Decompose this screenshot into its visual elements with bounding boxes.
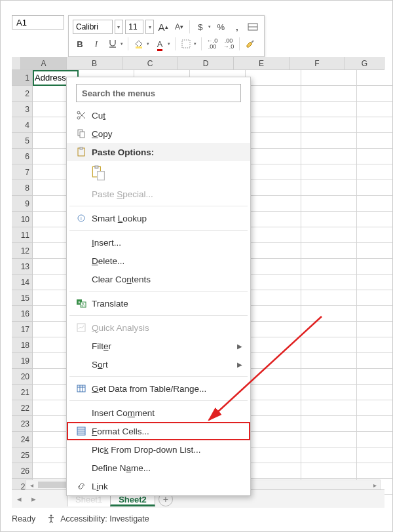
cell-E20[interactable] — [246, 369, 301, 385]
cell-E4[interactable] — [246, 117, 301, 133]
row-header-6[interactable]: 6 — [12, 149, 33, 164]
cell-E21[interactable] — [246, 385, 301, 400]
accounting-format-button[interactable]: $ — [193, 20, 207, 34]
scroll-left-arrow[interactable]: ◂ — [26, 482, 37, 489]
row-header-2[interactable]: 2 — [12, 86, 33, 102]
cell-E25[interactable] — [246, 447, 301, 463]
row-header-20[interactable]: 20 — [12, 369, 33, 385]
cell-E22[interactable] — [246, 400, 301, 416]
column-header-G[interactable]: G — [345, 57, 384, 70]
row-header-4[interactable]: 4 — [12, 117, 33, 133]
cell-E24[interactable] — [246, 432, 301, 447]
row-header-15[interactable]: 15 — [12, 290, 33, 306]
cell-E14[interactable] — [246, 275, 301, 290]
cell-G3[interactable] — [357, 102, 393, 117]
cell-F4[interactable] — [301, 117, 357, 133]
menu-item-translate[interactable]: aあ Translate — [67, 294, 250, 313]
row-header-19[interactable]: 19 — [12, 353, 33, 369]
menu-item-clear-contents[interactable]: Clear Contents — [67, 270, 250, 288]
column-header-F[interactable]: F — [290, 57, 345, 70]
cell-F11[interactable] — [301, 227, 357, 243]
tab-nav-next[interactable]: ▸ — [26, 494, 41, 504]
menu-item-smart-lookup[interactable]: i Smart Lookup — [67, 209, 250, 227]
cell-G18[interactable] — [357, 337, 393, 353]
italic-button[interactable]: I — [89, 37, 103, 51]
cell-E2[interactable] — [246, 86, 301, 102]
cell-E17[interactable] — [246, 322, 301, 337]
column-header-D[interactable]: D — [178, 57, 234, 70]
dropdown-caret-icon[interactable]: ▾ — [147, 41, 149, 47]
menu-item-define-name[interactable]: Define Name... — [67, 459, 250, 477]
row-header-26[interactable]: 26 — [12, 463, 33, 479]
row-header-23[interactable]: 23 — [12, 416, 33, 432]
cell-G21[interactable] — [357, 385, 393, 400]
cell-G8[interactable] — [357, 180, 393, 196]
cell-F3[interactable] — [301, 102, 357, 117]
row-header-18[interactable]: 18 — [12, 337, 33, 353]
cell-F9[interactable] — [301, 196, 357, 212]
row-header-21[interactable]: 21 — [12, 385, 33, 400]
cell-G2[interactable] — [357, 86, 393, 102]
font-name-caret[interactable]: ▾ — [115, 20, 124, 34]
cell-G6[interactable] — [357, 149, 393, 164]
borders-button[interactable] — [179, 37, 193, 51]
cell-G1[interactable] — [357, 70, 393, 86]
row-header-25[interactable]: 25 — [12, 447, 33, 463]
cell-E26[interactable] — [246, 463, 301, 479]
row-header-1[interactable]: 1 — [12, 70, 33, 86]
menu-item-insert-comment[interactable]: Insert Comment — [67, 404, 250, 422]
menu-item-link[interactable]: Link — [67, 477, 250, 495]
cell-E6[interactable] — [246, 149, 301, 164]
row-header-9[interactable]: 9 — [12, 196, 33, 212]
font-size-select[interactable]: 11 — [125, 20, 143, 34]
paste-option-default[interactable] — [67, 161, 250, 185]
percent-format-button[interactable]: % — [214, 20, 228, 34]
cell-E10[interactable] — [246, 212, 301, 227]
increase-font-button[interactable]: A▴ — [156, 20, 170, 34]
cell-G23[interactable] — [357, 416, 393, 432]
cell-F22[interactable] — [301, 400, 357, 416]
cell-E12[interactable] — [246, 243, 301, 259]
cell-E8[interactable] — [246, 180, 301, 196]
row-header-5[interactable]: 5 — [12, 133, 33, 149]
cell-E9[interactable] — [246, 196, 301, 212]
column-header-C[interactable]: C — [122, 57, 178, 70]
cell-E23[interactable] — [246, 416, 301, 432]
cell-E7[interactable] — [246, 164, 301, 180]
cell-G5[interactable] — [357, 133, 393, 149]
name-box[interactable]: A1 — [12, 15, 64, 29]
comma-format-button[interactable]: , — [230, 20, 244, 34]
row-header-11[interactable]: 11 — [12, 227, 33, 243]
cell-F7[interactable] — [301, 164, 357, 180]
cell-F12[interactable] — [301, 243, 357, 259]
cell-G19[interactable] — [357, 353, 393, 369]
row-header-22[interactable]: 22 — [12, 400, 33, 416]
menu-item-paste-options[interactable]: Paste Options: — [67, 143, 250, 161]
select-all-corner[interactable] — [12, 57, 21, 70]
row-header-12[interactable]: 12 — [12, 243, 33, 259]
cell-F2[interactable] — [301, 86, 357, 102]
cell-G17[interactable] — [357, 322, 393, 337]
cell-E19[interactable] — [246, 353, 301, 369]
row-header-3[interactable]: 3 — [12, 102, 33, 117]
cell-F16[interactable] — [301, 306, 357, 322]
cell-G14[interactable] — [357, 275, 393, 290]
cell-G10[interactable] — [357, 212, 393, 227]
font-size-caret[interactable]: ▾ — [145, 20, 155, 34]
cell-F6[interactable] — [301, 149, 357, 164]
cell-G22[interactable] — [357, 400, 393, 416]
row-header-16[interactable]: 16 — [12, 306, 33, 322]
cell-F25[interactable] — [301, 447, 357, 463]
font-color-button[interactable]: A — [153, 37, 167, 51]
increase-decimal-button[interactable]: ←.0.00 — [205, 37, 219, 51]
cell-G7[interactable] — [357, 164, 393, 180]
cell-F20[interactable] — [301, 369, 357, 385]
menu-item-pick-from-list[interactable]: Pick From Drop-down List... — [67, 440, 250, 459]
cell-E18[interactable] — [246, 337, 301, 353]
bold-button[interactable]: B — [73, 37, 87, 51]
cell-F8[interactable] — [301, 180, 357, 196]
menu-search-input[interactable]: Search the menus — [76, 84, 241, 102]
cell-G9[interactable] — [357, 196, 393, 212]
cell-F17[interactable] — [301, 322, 357, 337]
menu-item-format-cells[interactable]: Format Cells... — [67, 422, 250, 440]
